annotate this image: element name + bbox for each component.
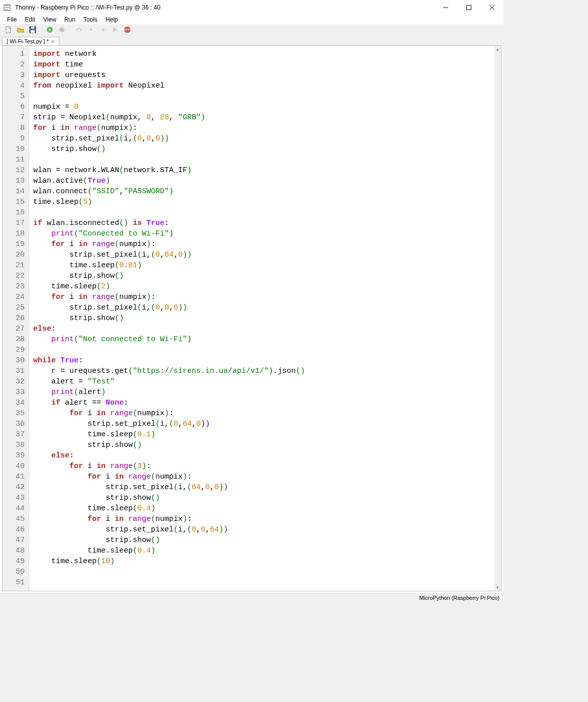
close-tab-icon[interactable]: ✕ [51, 39, 55, 44]
menu-edit[interactable]: Edit [21, 15, 39, 24]
app-icon [3, 4, 11, 12]
scroll-up-button[interactable]: ▲ [494, 46, 501, 53]
editor-tab[interactable]: [ Wi-Fi-Test.py ] * ✕ [2, 37, 59, 45]
stop-button[interactable]: STOP [122, 24, 133, 35]
run-button[interactable] [44, 24, 55, 35]
svg-rect-5 [31, 30, 35, 33]
line-number-gutter: 1234567891011121314151617181920212223242… [3, 46, 29, 591]
interpreter-label[interactable]: MicroPython (Raspberry Pi Pico) [419, 595, 499, 601]
menu-view[interactable]: View [39, 15, 60, 24]
statusbar: MicroPython (Raspberry Pi Pico) [0, 593, 503, 601]
menu-run[interactable]: Run [60, 15, 79, 24]
save-file-button[interactable] [27, 24, 38, 35]
close-button[interactable] [480, 0, 503, 15]
menu-help[interactable]: Help [102, 15, 122, 24]
editor: 1234567891011121314151617181920212223242… [2, 45, 501, 591]
scroll-down-button[interactable]: ▼ [494, 584, 501, 591]
menu-file[interactable]: File [3, 15, 21, 24]
vertical-scrollbar[interactable]: ▲ ▼ [494, 46, 501, 591]
window-title: Thonny - Raspberry Pi Pico :: /Wi-Fi-Tes… [15, 4, 160, 11]
titlebar: Thonny - Raspberry Pi Pico :: /Wi-Fi-Tes… [0, 0, 503, 15]
code-area[interactable]: import networkimport timeimport urequest… [29, 46, 494, 591]
minimize-button[interactable] [434, 0, 457, 15]
step-over-button[interactable] [73, 24, 85, 35]
tab-label: [ Wi-Fi-Test.py ] * [7, 38, 49, 44]
step-out-button[interactable] [98, 24, 109, 35]
svg-rect-4 [31, 27, 34, 29]
step-into-button[interactable] [86, 24, 97, 35]
new-file-button[interactable] [3, 24, 14, 35]
menubar: FileEditViewRunToolsHelp [0, 15, 503, 24]
debug-button[interactable] [56, 24, 67, 35]
svg-text:STOP: STOP [124, 28, 131, 31]
tab-strip: [ Wi-Fi-Test.py ] * ✕ [0, 35, 503, 45]
svg-rect-1 [467, 6, 471, 10]
svg-rect-2 [6, 27, 11, 33]
menu-tools[interactable]: Tools [79, 15, 102, 24]
open-file-button[interactable] [15, 24, 26, 35]
maximize-button[interactable] [457, 0, 480, 15]
app-window: Thonny - Raspberry Pi Pico :: /Wi-Fi-Tes… [0, 0, 503, 601]
toolbar: STOP [0, 24, 503, 35]
resume-button[interactable] [110, 24, 121, 35]
